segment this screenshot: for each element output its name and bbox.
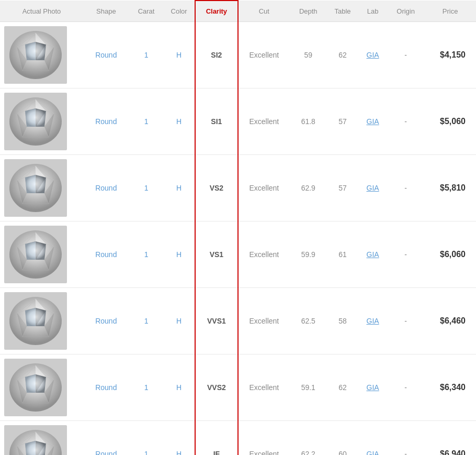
carat-cell: 1 xyxy=(129,221,164,288)
depth-cell: 59.9 xyxy=(290,221,327,288)
photo-cell xyxy=(0,22,83,88)
svg-marker-55 xyxy=(25,175,36,193)
table-cell: 62 xyxy=(327,22,358,88)
cut-cell: Excellent xyxy=(238,354,290,421)
clarity-cell: IF xyxy=(195,421,238,456)
carat-cell: 1 xyxy=(129,421,164,456)
table-cell: 61 xyxy=(327,221,358,288)
color-cell: H xyxy=(163,288,195,354)
price-cell: $6,060 xyxy=(424,221,476,288)
origin-cell: - xyxy=(387,221,424,288)
lab-cell[interactable]: GIA xyxy=(358,288,387,354)
origin-cell: - xyxy=(387,354,424,421)
table-row: Round 1 H VS2 Excellent 62.9 57 GIA - $5… xyxy=(0,155,476,221)
lab-cell[interactable]: GIA xyxy=(358,421,387,456)
lab-cell[interactable]: GIA xyxy=(358,155,387,221)
lab-link[interactable]: GIA xyxy=(367,450,379,455)
header-cut: Cut xyxy=(238,1,290,22)
origin-cell: - xyxy=(387,288,424,354)
clarity-cell: VS2 xyxy=(195,155,238,221)
svg-marker-93 xyxy=(25,308,36,326)
photo-cell xyxy=(0,221,83,288)
carat-cell: 1 xyxy=(129,354,164,421)
diamond-table-container: Actual Photo Shape Carat Color Clarity C… xyxy=(0,0,476,455)
lab-link[interactable]: GIA xyxy=(367,317,379,325)
table-cell: 57 xyxy=(327,155,358,221)
price-cell: $4,150 xyxy=(424,22,476,88)
cut-cell: Excellent xyxy=(238,22,290,88)
header-origin: Origin xyxy=(387,1,424,22)
lab-link[interactable]: GIA xyxy=(367,117,379,126)
shape-cell: Round xyxy=(83,22,129,88)
lab-cell[interactable]: GIA xyxy=(358,22,387,88)
header-carat: Carat xyxy=(129,1,164,22)
lab-link[interactable]: GIA xyxy=(367,250,379,259)
photo-cell xyxy=(0,155,83,221)
diamond-table: Actual Photo Shape Carat Color Clarity C… xyxy=(0,0,476,455)
cut-cell: Excellent xyxy=(238,221,290,288)
carat-cell: 1 xyxy=(129,155,164,221)
origin-cell: - xyxy=(387,88,424,155)
table-row: Round 1 H SI1 Excellent 61.8 57 GIA - $5… xyxy=(0,88,476,155)
color-cell: H xyxy=(163,354,195,421)
shape-cell: Round xyxy=(83,288,129,354)
origin-cell: - xyxy=(387,155,424,221)
table-row: Round 1 H VS1 Excellent 59.9 61 GIA - $6… xyxy=(0,221,476,288)
color-cell: H xyxy=(163,221,195,288)
depth-cell: 59.1 xyxy=(290,354,327,421)
lab-link[interactable]: GIA xyxy=(367,184,379,192)
diamond-photo xyxy=(4,359,67,416)
color-cell: H xyxy=(163,22,195,88)
depth-cell: 59 xyxy=(290,22,327,88)
cut-cell: Excellent xyxy=(238,88,290,155)
header-depth: Depth xyxy=(290,1,327,22)
svg-marker-17 xyxy=(25,42,36,60)
photo-cell xyxy=(0,354,83,421)
shape-cell: Round xyxy=(83,155,129,221)
diamond-photo xyxy=(4,226,67,283)
clarity-cell: VVS2 xyxy=(195,354,238,421)
photo-cell xyxy=(0,288,83,354)
header-actual-photo: Actual Photo xyxy=(0,1,83,22)
cut-cell: Excellent xyxy=(238,421,290,456)
cut-cell: Excellent xyxy=(238,155,290,221)
table-cell: 57 xyxy=(327,88,358,155)
origin-cell: - xyxy=(387,22,424,88)
lab-link[interactable]: GIA xyxy=(367,383,379,392)
carat-cell: 1 xyxy=(129,88,164,155)
depth-cell: 62.5 xyxy=(290,288,327,354)
header-table: Table xyxy=(327,1,358,22)
svg-marker-36 xyxy=(25,108,36,127)
clarity-cell: SI1 xyxy=(195,88,238,155)
lab-cell[interactable]: GIA xyxy=(358,88,387,155)
price-cell: $6,340 xyxy=(424,354,476,421)
shape-cell: Round xyxy=(83,221,129,288)
diamond-photo xyxy=(4,26,67,84)
photo-cell xyxy=(0,88,83,155)
lab-cell[interactable]: GIA xyxy=(358,354,387,421)
color-cell: H xyxy=(163,155,195,221)
carat-cell: 1 xyxy=(129,288,164,354)
diamond-photo xyxy=(4,159,67,217)
diamond-photo xyxy=(4,292,67,350)
table-cell: 58 xyxy=(327,288,358,354)
lab-link[interactable]: GIA xyxy=(367,51,379,59)
table-row: Round 1 H VVS2 Excellent 59.1 62 GIA - $… xyxy=(0,354,476,421)
header-color: Color xyxy=(163,1,195,22)
clarity-cell: VVS1 xyxy=(195,288,238,354)
header-lab: Lab xyxy=(358,1,387,22)
carat-cell: 1 xyxy=(129,22,164,88)
table-cell: 60 xyxy=(327,421,358,456)
shape-cell: Round xyxy=(83,421,129,456)
table-row: Round 1 H IF Excellent 62.2 60 GIA - $6,… xyxy=(0,421,476,456)
clarity-cell: SI2 xyxy=(195,22,238,88)
table-row: Round 1 H SI2 Excellent 59 62 GIA - $4,1… xyxy=(0,22,476,88)
cut-cell: Excellent xyxy=(238,288,290,354)
header-price: Price xyxy=(424,1,476,22)
clarity-cell: VS1 xyxy=(195,221,238,288)
lab-cell[interactable]: GIA xyxy=(358,221,387,288)
svg-marker-112 xyxy=(25,374,36,393)
header-clarity[interactable]: Clarity xyxy=(195,1,238,22)
origin-cell: - xyxy=(387,421,424,456)
price-cell: $6,460 xyxy=(424,288,476,354)
